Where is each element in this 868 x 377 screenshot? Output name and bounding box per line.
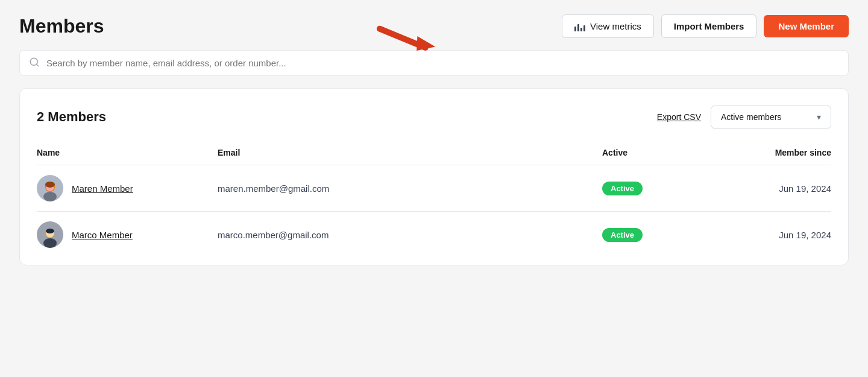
search-input[interactable] — [19, 50, 849, 76]
import-members-label: Import Members — [674, 21, 744, 31]
col-header-name: Name — [37, 148, 218, 157]
col-header-active: Active — [602, 148, 711, 157]
svg-point-10 — [43, 238, 57, 248]
import-members-button[interactable]: Import Members — [661, 14, 757, 38]
active-cell: Active — [602, 228, 711, 242]
svg-point-7 — [45, 182, 55, 188]
chevron-down-icon: ▾ — [817, 112, 821, 122]
member-since-cell: Jun 19, 2024 — [711, 230, 831, 240]
email-cell: maren.member@gmail.com — [218, 183, 602, 194]
member-name[interactable]: Marco Member — [72, 230, 133, 240]
bar-chart-icon — [574, 22, 585, 31]
status-badge: Active — [602, 182, 643, 195]
member-name[interactable]: Maren Member — [72, 183, 133, 194]
header-actions: View metrics Import Members New Member — [562, 14, 849, 38]
member-cell: Marco Member — [37, 221, 218, 248]
table-body: Maren Member maren.member@gmail.com Acti… — [37, 165, 831, 265]
email-cell: marco.member@gmail.com — [218, 230, 602, 240]
filter-dropdown-label: Active members — [721, 112, 781, 122]
table-row: Maren Member maren.member@gmail.com Acti… — [37, 165, 831, 212]
avatar — [37, 175, 63, 201]
table-header: Name Email Active Member since — [37, 143, 831, 165]
svg-line-3 — [36, 64, 38, 66]
col-header-member-since: Member since — [711, 148, 831, 157]
active-cell: Active — [602, 182, 711, 195]
members-count: 2 Members — [37, 109, 106, 125]
page-header: Members View metrics Import Members New … — [19, 14, 849, 38]
svg-point-11 — [46, 229, 54, 233]
card-header-actions: Export CSV Active members ▾ — [657, 106, 831, 128]
members-card: 2 Members Export CSV Active members ▾ Na… — [19, 88, 849, 265]
view-metrics-label: View metrics — [590, 21, 641, 31]
member-since-cell: Jun 19, 2024 — [711, 183, 831, 194]
page-title: Members — [19, 15, 104, 37]
search-container — [19, 50, 849, 76]
active-members-dropdown[interactable]: Active members ▾ — [711, 106, 831, 128]
status-badge: Active — [602, 228, 643, 242]
member-cell: Maren Member — [37, 175, 218, 201]
view-metrics-button[interactable]: View metrics — [562, 14, 654, 38]
export-csv-button[interactable]: Export CSV — [657, 112, 701, 122]
table-row: Marco Member marco.member@gmail.com Acti… — [37, 212, 831, 265]
svg-point-5 — [43, 192, 57, 201]
new-member-button[interactable]: New Member — [764, 15, 849, 37]
new-member-label: New Member — [778, 21, 834, 31]
avatar — [37, 221, 63, 248]
card-header: 2 Members Export CSV Active members ▾ — [37, 106, 831, 128]
search-icon — [29, 57, 40, 70]
col-header-email: Email — [218, 148, 602, 157]
